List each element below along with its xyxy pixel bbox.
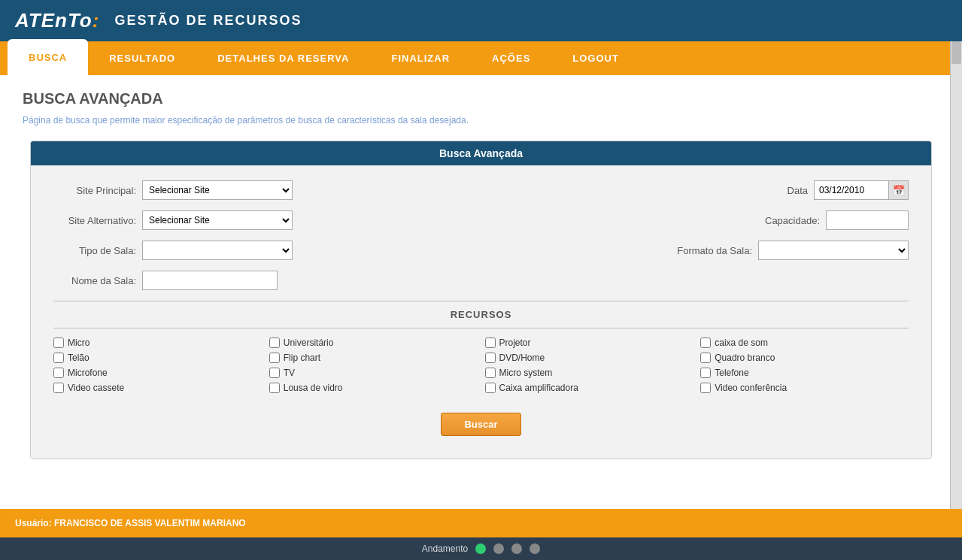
nome-sala-label: Nome da Sala:: [53, 275, 136, 286]
checkbox-item-caixa_amplificadora: Caixa amplificadora: [485, 383, 693, 393]
site-principal-group: Site Principal: Selecionar Site: [53, 180, 293, 200]
checkbox-quadro_branco[interactable]: [700, 353, 711, 363]
checkbox-micro_system[interactable]: [485, 368, 496, 378]
nav-busca[interactable]: BUSCA: [8, 39, 88, 75]
form-row-1: Site Principal: Selecionar Site Data 📅: [53, 180, 909, 200]
calendar-button[interactable]: 📅: [889, 180, 909, 200]
checkbox-item-micro_system: Micro system: [485, 368, 693, 378]
footer-user: Usuário: FRANCISCO DE ASSIS VALENTIM MAR…: [15, 518, 246, 528]
recursos-divider-bottom: [53, 328, 909, 328]
formato-sala-label: Formato da Sala:: [669, 245, 752, 256]
scrollbar-thumb[interactable]: [951, 41, 961, 64]
checkbox-item-microfone: Microfone: [53, 368, 262, 378]
label-dvd_home: DVD/Home: [499, 353, 545, 363]
site-alternativo-group: Site Alternativo: Selecionar Site: [53, 210, 293, 230]
nome-sala-group: Nome da Sala:: [53, 271, 278, 290]
form-row-3: Tipo de Sala: Formato da Sala:: [53, 241, 909, 260]
checkbox-item-dvd_home: DVD/Home: [485, 353, 693, 363]
status-dot-gray-2: [511, 543, 522, 554]
checkbox-video_cassete[interactable]: [53, 383, 64, 393]
label-telefone: Telefone: [715, 368, 748, 378]
checkbox-item-caixa_som: caixa de som: [700, 338, 909, 348]
checkbox-micro[interactable]: [53, 338, 64, 348]
status-dot-green: [475, 543, 486, 554]
footer: Usuário: FRANCISCO DE ASSIS VALENTIM MAR…: [0, 509, 962, 537]
recursos-divider-top: [53, 301, 909, 301]
capacidade-input[interactable]: [826, 210, 909, 230]
nav-acoes[interactable]: AÇÕES: [471, 41, 551, 75]
data-input[interactable]: [814, 180, 889, 200]
checkbox-item-telefone: Telefone: [700, 368, 909, 378]
logo-colon: :: [93, 9, 100, 32]
checkbox-item-tv: TV: [269, 368, 478, 378]
label-projetor: Projetor: [499, 338, 531, 348]
page-title: BUSCA AVANÇADA: [23, 90, 939, 107]
label-video_cassete: Video cassete: [68, 383, 124, 393]
status-dot-gray-3: [530, 543, 540, 554]
formato-sala-group: Formato da Sala:: [669, 241, 909, 260]
nav-resultado[interactable]: RESULTADO: [88, 41, 196, 75]
tipo-sala-label: Tipo de Sala:: [53, 245, 136, 256]
checkbox-lousa_vidro[interactable]: [269, 383, 280, 393]
label-universitario: Universitário: [284, 338, 334, 348]
checkbox-caixa_som[interactable]: [700, 338, 711, 348]
label-quadro_branco: Quadro branco: [715, 353, 775, 363]
checkbox-microfone[interactable]: [53, 368, 64, 378]
recursos-header: RECURSOS: [53, 309, 909, 320]
form-row-4: Nome da Sala:: [53, 271, 909, 290]
site-principal-select[interactable]: Selecionar Site: [142, 180, 293, 200]
checkbox-item-video_cassete: Video cassete: [53, 383, 262, 393]
checkbox-projetor[interactable]: [485, 338, 496, 348]
nav-finalizar[interactable]: FINALIZAR: [370, 41, 471, 75]
buscar-button[interactable]: Buscar: [441, 413, 520, 436]
checkbox-item-telao: Telão: [53, 353, 262, 363]
bottom-bar: Andamento: [0, 537, 962, 560]
tipo-sala-select[interactable]: [142, 241, 293, 260]
label-caixa_amplificadora: Caixa amplificadora: [499, 383, 578, 393]
checkbox-item-projetor: Projetor: [485, 338, 693, 348]
header: ATEnTo: GESTÃO DE RECURSOS: [0, 0, 962, 41]
label-caixa_som: caixa de som: [715, 338, 768, 348]
form-row-2: Site Alternativo: Selecionar Site Capaci…: [53, 210, 909, 230]
recursos-grid: MicroUniversitárioProjetorcaixa de somTe…: [53, 333, 909, 398]
checkbox-item-lousa_vidro: Lousa de vidro: [269, 383, 478, 393]
checkbox-video_conferencia[interactable]: [700, 383, 711, 393]
checkbox-dvd_home[interactable]: [485, 353, 496, 363]
checkbox-telefone[interactable]: [700, 368, 711, 378]
logo: ATEnTo:: [15, 9, 99, 32]
checkbox-item-flip_chart: Flip chart: [269, 353, 478, 363]
checkbox-flip_chart[interactable]: [269, 353, 280, 363]
logo-text: ATEnTo: [15, 9, 93, 32]
checkbox-tv[interactable]: [269, 368, 280, 378]
nav-detalhes[interactable]: DETALHES DA RESERVA: [196, 41, 370, 75]
status-dot-gray-1: [493, 543, 504, 554]
data-label: Data: [725, 185, 808, 196]
page-description: Página de busca que permite maior especi…: [23, 115, 939, 126]
checkbox-item-quadro_branco: Quadro branco: [700, 353, 909, 363]
nome-sala-input[interactable]: [142, 271, 278, 290]
capacidade-label: Capacidade:: [737, 215, 820, 226]
formato-sala-select[interactable]: [758, 241, 909, 260]
checkbox-item-universitario: Universitário: [269, 338, 478, 348]
label-lousa_vidro: Lousa de vidro: [284, 383, 343, 393]
label-flip_chart: Flip chart: [284, 353, 320, 363]
navigation: BUSCA RESULTADO DETALHES DA RESERVA FINA…: [0, 41, 962, 75]
label-video_conferencia: Video conferência: [715, 383, 787, 393]
capacidade-group: Capacidade:: [737, 210, 909, 230]
header-title: GESTÃO DE RECURSOS: [114, 13, 302, 29]
site-principal-label: Site Principal:: [53, 185, 136, 196]
label-telao: Telão: [68, 353, 90, 363]
checkbox-telao[interactable]: [53, 353, 64, 363]
checkbox-universitario[interactable]: [269, 338, 280, 348]
site-alternativo-label: Site Alternativo:: [53, 215, 136, 226]
tipo-sala-group: Tipo de Sala:: [53, 241, 293, 260]
label-micro_system: Micro system: [499, 368, 553, 378]
nav-logout[interactable]: LOGOUT: [551, 41, 640, 75]
search-form-card: Busca Avançada Site Principal: Seleciona…: [30, 141, 932, 459]
site-alternativo-select[interactable]: Selecionar Site: [142, 210, 293, 230]
checkbox-caixa_amplificadora[interactable]: [485, 383, 496, 393]
bottom-label: Andamento: [422, 543, 468, 554]
form-body: Site Principal: Selecionar Site Data 📅: [31, 165, 931, 459]
scrollbar-track[interactable]: [950, 41, 962, 509]
btn-row: Buscar: [53, 413, 909, 436]
